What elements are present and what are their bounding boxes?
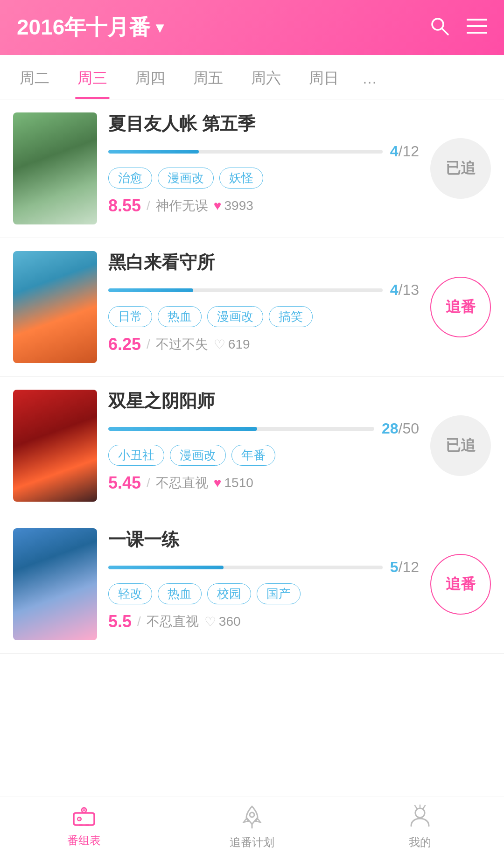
progress-text-1: 4/12 xyxy=(390,143,419,160)
progress-bar-bg-4 xyxy=(108,566,383,569)
progress-bar-bg-3 xyxy=(108,427,374,431)
anime-cover-1[interactable] xyxy=(13,112,97,224)
rating-score-1: 8.55 xyxy=(108,196,141,216)
tag-1-0[interactable]: 治愈 xyxy=(108,168,152,189)
progress-bar-fill-2 xyxy=(108,288,193,292)
follow-button-2[interactable]: 追番 xyxy=(430,277,491,337)
tab-thursday[interactable]: 周五 xyxy=(179,55,237,99)
progress-current-1: 4 xyxy=(390,143,399,160)
likes-3: ♥ 1510 xyxy=(214,476,253,490)
tag-3-2[interactable]: 年番 xyxy=(231,445,275,466)
heart-icon-4: ♡ xyxy=(204,614,216,630)
likes-2: ♡ 619 xyxy=(214,337,250,352)
rating-row-4: 5.5 / 不忍直视 ♡ 360 xyxy=(108,612,419,631)
likes-count-2: 619 xyxy=(228,337,250,352)
progress-bar-fill-4 xyxy=(108,566,224,569)
menu-icon[interactable] xyxy=(467,18,487,37)
likes-count-1: 3993 xyxy=(224,198,253,213)
page-title: 2016年十月番 xyxy=(17,13,150,42)
heart-icon-2: ♡ xyxy=(214,337,225,352)
anime-cover-3[interactable] xyxy=(13,390,97,502)
anime-info-4: 一课一练 5/12 轻改 热血 校园 国产 5.5 / 不忍直视 xyxy=(108,528,419,631)
anime-item-2: 黑白来看守所 4/13 日常 热血 漫画改 搞笑 6.25 / 不过不失 xyxy=(0,238,504,377)
anime-title-4: 一课一练 xyxy=(108,528,419,551)
rating-row-2: 6.25 / 不过不失 ♡ 619 xyxy=(108,335,419,354)
header-title[interactable]: 2016年十月番 ▾ xyxy=(17,13,163,42)
tab-monday[interactable]: 周二 xyxy=(6,55,63,99)
tag-1-2[interactable]: 妖怪 xyxy=(219,168,263,189)
tab-friday[interactable]: 周六 xyxy=(237,55,295,99)
tag-2-0[interactable]: 日常 xyxy=(108,306,152,327)
tag-4-3[interactable]: 国产 xyxy=(257,583,301,604)
tab-wednesday[interactable]: 周四 xyxy=(121,55,179,99)
rating-label-3: 不忍直视 xyxy=(156,474,208,492)
rating-row-1: 8.55 / 神作无误 ♥ 3993 xyxy=(108,196,419,216)
progress-current-2: 4 xyxy=(390,281,399,298)
progress-total-4: 12 xyxy=(402,559,419,575)
heart-icon-3: ♥ xyxy=(214,476,222,490)
tag-3-1[interactable]: 漫画改 xyxy=(170,445,226,466)
anime-title-1: 夏目友人帐 第五季 xyxy=(108,112,419,135)
anime-info-3: 双星之阴阳师 28/50 小丑社 漫画改 年番 5.45 / 不忍直视 ♥ xyxy=(108,390,419,493)
tag-4-0[interactable]: 轻改 xyxy=(108,583,152,604)
tag-1-1[interactable]: 漫画改 xyxy=(158,168,214,189)
tag-2-3[interactable]: 搞笑 xyxy=(269,306,313,327)
progress-text-2: 4/13 xyxy=(390,281,419,299)
dropdown-arrow-icon[interactable]: ▾ xyxy=(156,19,163,36)
anime-cover-2[interactable] xyxy=(13,251,97,363)
progress-text-3: 28/50 xyxy=(382,420,419,437)
progress-bar-fill-3 xyxy=(108,427,257,431)
tag-4-2[interactable]: 校园 xyxy=(207,583,251,604)
header-actions xyxy=(429,16,487,39)
svg-line-1 xyxy=(442,28,448,35)
follow-button-1[interactable]: 已追 xyxy=(430,138,491,199)
likes-count-3: 1510 xyxy=(224,476,253,490)
rating-row-3: 5.45 / 不忍直视 ♥ 1510 xyxy=(108,473,419,493)
likes-count-4: 360 xyxy=(219,614,241,629)
search-icon[interactable] xyxy=(429,16,450,39)
progress-total-2: 13 xyxy=(402,281,419,298)
tag-3-0[interactable]: 小丑社 xyxy=(108,445,164,466)
anime-info-1: 夏目友人帐 第五季 4/12 治愈 漫画改 妖怪 8.55 / 神作无误 ♥ xyxy=(108,112,419,216)
tag-2-2[interactable]: 漫画改 xyxy=(207,306,263,327)
tags-row-2: 日常 热血 漫画改 搞笑 xyxy=(108,306,419,327)
day-tabs: 周二 周三 周四 周五 周六 周日 … xyxy=(0,55,504,99)
anime-item-4: 一课一练 5/12 轻改 热血 校园 国产 5.5 / 不忍直视 xyxy=(0,515,504,654)
progress-bar-bg-1 xyxy=(108,150,383,154)
progress-row-1: 4/12 xyxy=(108,143,419,160)
tags-row-1: 治愈 漫画改 妖怪 xyxy=(108,168,419,189)
rating-score-4: 5.5 xyxy=(108,612,132,631)
tab-more[interactable]: … xyxy=(353,57,386,98)
likes-4: ♡ 360 xyxy=(204,614,241,630)
rating-label-4: 不忍直视 xyxy=(147,613,199,630)
tag-4-1[interactable]: 热血 xyxy=(158,583,202,604)
rating-label-1: 神作无误 xyxy=(156,197,208,215)
tag-2-1[interactable]: 热血 xyxy=(158,306,202,327)
follow-button-3[interactable]: 已追 xyxy=(430,415,491,476)
anime-title-2: 黑白来看守所 xyxy=(108,251,419,274)
progress-current-4: 5 xyxy=(390,559,399,575)
anime-info-2: 黑白来看守所 4/13 日常 热血 漫画改 搞笑 6.25 / 不过不失 xyxy=(108,251,419,354)
follow-button-4[interactable]: 追番 xyxy=(430,554,491,615)
rating-score-2: 6.25 xyxy=(108,335,141,354)
anime-list: 夏目友人帐 第五季 4/12 治愈 漫画改 妖怪 8.55 / 神作无误 ♥ xyxy=(0,99,504,654)
progress-bar-fill-1 xyxy=(108,150,199,154)
progress-row-4: 5/12 xyxy=(108,559,419,576)
anime-title-3: 双星之阴阳师 xyxy=(108,390,419,413)
anime-cover-4[interactable] xyxy=(13,528,97,640)
progress-row-2: 4/13 xyxy=(108,281,419,299)
progress-text-4: 5/12 xyxy=(390,559,419,576)
likes-1: ♥ 3993 xyxy=(214,198,253,213)
rating-label-2: 不过不失 xyxy=(156,336,208,353)
tab-saturday[interactable]: 周日 xyxy=(295,55,353,99)
anime-item-1: 夏目友人帐 第五季 4/12 治愈 漫画改 妖怪 8.55 / 神作无误 ♥ xyxy=(0,99,504,238)
anime-item-3: 双星之阴阳师 28/50 小丑社 漫画改 年番 5.45 / 不忍直视 ♥ xyxy=(0,377,504,515)
rating-score-3: 5.45 xyxy=(108,473,141,493)
progress-bar-bg-2 xyxy=(108,288,383,292)
tags-row-4: 轻改 热血 校园 国产 xyxy=(108,583,419,604)
tab-tuesday[interactable]: 周三 xyxy=(63,55,121,99)
progress-current-3: 28 xyxy=(382,420,399,437)
progress-row-3: 28/50 xyxy=(108,420,419,437)
progress-total-1: 12 xyxy=(402,143,419,160)
header: 2016年十月番 ▾ xyxy=(0,0,504,55)
